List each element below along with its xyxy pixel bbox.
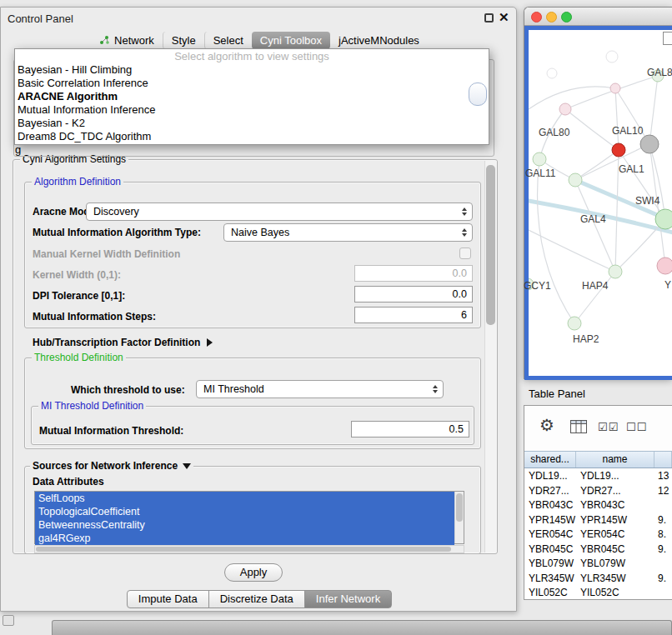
zoom-traffic-light[interactable] xyxy=(561,12,572,22)
tab-infer-network[interactable]: Infer Network xyxy=(304,590,392,608)
kernel-width-field: 0.0 xyxy=(354,265,473,282)
network-node-pink[interactable] xyxy=(559,103,571,115)
manual-kernel-checkbox xyxy=(459,248,471,259)
algorithm-dropdown-popup: Select algorithm to view settings Bayesi… xyxy=(14,48,489,145)
dropdown-item[interactable]: Bayesian - K2 xyxy=(15,117,489,130)
close-window-icon[interactable]: ✕ xyxy=(499,10,509,25)
network-node-red[interactable] xyxy=(612,143,625,157)
select-all-icon[interactable]: ☑☑ xyxy=(598,421,619,433)
mi-threshold-field[interactable]: 0.5 xyxy=(351,421,469,438)
tab-cyni-toolbox[interactable]: Cyni Toolbox xyxy=(252,32,330,49)
node-label: HAP4 xyxy=(582,280,608,292)
list-hscrollbar-track[interactable] xyxy=(34,545,464,553)
tab-label: Cyni Toolbox xyxy=(260,34,322,47)
node-label: GAL4 xyxy=(580,213,606,225)
mi-steps-field[interactable]: 6 xyxy=(354,307,473,323)
tab-select[interactable]: Select xyxy=(204,32,252,49)
tab-label: Network xyxy=(114,34,154,47)
table-row[interactable]: YER054CYER054C8. xyxy=(524,528,672,542)
gear-icon[interactable]: ⚙ xyxy=(539,416,554,434)
network-node-green[interactable] xyxy=(609,265,622,278)
combo-arrows-icon xyxy=(462,228,467,237)
mi-type-combo[interactable]: Naive Bayes xyxy=(223,223,473,242)
minimized-window-icon[interactable] xyxy=(3,615,14,626)
mi-type-label: Mutual Information Algorithm Type: xyxy=(33,227,201,238)
cell-value: 12 xyxy=(654,484,672,499)
which-threshold-label: Which threshold to use: xyxy=(71,384,185,396)
list-item[interactable]: SelfLoops xyxy=(35,492,454,505)
table-header: shared... name xyxy=(524,451,672,468)
aracne-mode-combo[interactable]: Discovery xyxy=(86,202,473,221)
table-row[interactable]: YDL19...YDL19...13 xyxy=(524,469,672,484)
network-node[interactable] xyxy=(606,51,618,62)
float-window-icon[interactable] xyxy=(484,13,494,22)
list-item[interactable]: TopologicalCoefficient xyxy=(35,505,454,518)
network-node-pink[interactable] xyxy=(657,258,672,274)
table-row[interactable]: YPR145WYPR145W9. xyxy=(524,513,672,528)
dropdown-item[interactable]: Basic Correlation Inference xyxy=(15,77,489,90)
combo-value: Naive Bayes xyxy=(231,227,289,238)
network-node-gray[interactable] xyxy=(640,135,659,153)
network-node-green[interactable] xyxy=(568,317,581,330)
column-header-shared-name[interactable]: shared... xyxy=(524,452,576,468)
tab-network[interactable]: Network xyxy=(91,32,163,49)
columns-icon[interactable] xyxy=(570,420,587,433)
data-attributes-list: SelfLoops TopologicalCoefficient Between… xyxy=(34,491,464,544)
dropdown-item[interactable]: Bayesian - Hill Climbing xyxy=(15,63,489,77)
cell-shared: YDL19... xyxy=(524,469,576,484)
minimize-traffic-light[interactable] xyxy=(546,12,557,22)
list-item[interactable]: BetweennessCentrality xyxy=(35,518,454,532)
sources-section-toggle[interactable]: Sources for Network Inference xyxy=(30,460,193,472)
list-hscrollbar-thumb[interactable] xyxy=(36,547,451,552)
network-tab-icon xyxy=(99,35,110,45)
dpi-tolerance-field[interactable]: 0.0 xyxy=(354,286,473,302)
network-node-green[interactable] xyxy=(533,152,546,166)
hub-section-toggle[interactable]: Hub/Transcription Factor Definition xyxy=(33,337,213,348)
table-row[interactable]: YBR043CYBR043C xyxy=(524,498,672,513)
cell-shared: YER054C xyxy=(524,528,576,542)
network-node-pink[interactable] xyxy=(610,83,620,93)
cell-shared: YLR345W xyxy=(524,572,576,587)
dropdown-item[interactable]: Dream8 DC_TDC Algorithm xyxy=(15,130,489,143)
close-traffic-light[interactable] xyxy=(531,12,542,22)
bottom-tab-bar: Impute Data Discretize Data Infer Networ… xyxy=(1,590,518,608)
cell-name: YLR345W xyxy=(576,572,654,587)
tab-label: Style xyxy=(172,34,196,47)
expanded-arrow-icon xyxy=(183,463,191,469)
which-threshold-combo[interactable]: MI Threshold xyxy=(196,380,444,398)
table-row[interactable]: YDR27...YDR27...12 xyxy=(524,484,672,499)
table-row[interactable]: YBL079WYBL079W xyxy=(524,557,672,572)
table-row[interactable]: YIL052CYIL052C xyxy=(524,586,672,600)
tab-style[interactable]: Style xyxy=(163,32,204,49)
table-row[interactable]: YBR045CYBR045C9. xyxy=(524,542,672,558)
network-view-window: GAL8 GAL80 GAL10 GAL11 GAL1 SWI4 GAL4 GC… xyxy=(524,7,672,379)
popup-scrollbar-thumb[interactable] xyxy=(469,82,487,106)
list-scrollbar-thumb[interactable] xyxy=(456,493,463,522)
column-header-name[interactable]: name xyxy=(576,452,654,468)
tab-impute-data[interactable]: Impute Data xyxy=(127,590,209,608)
apply-button[interactable]: Apply xyxy=(224,563,283,582)
combo-value: MI Threshold xyxy=(203,383,264,395)
dropdown-item-selected[interactable]: ARACNE Algorithm xyxy=(15,90,489,103)
cell-value: 9. xyxy=(654,572,672,587)
dpi-tolerance-label: DPI Tolerance [0,1]: xyxy=(33,290,125,302)
dropdown-item[interactable]: Mutual Information Inference xyxy=(15,103,489,117)
view-corner-button[interactable] xyxy=(663,32,672,45)
cell-name: YBL079W xyxy=(576,557,654,572)
tab-discretize-data[interactable]: Discretize Data xyxy=(208,590,305,608)
network-node-green[interactable] xyxy=(569,173,582,187)
cell-name: YIL052C xyxy=(576,586,654,600)
column-header-clipped[interactable] xyxy=(654,452,672,468)
mi-steps-label: Mutual Information Steps: xyxy=(33,311,156,322)
network-node[interactable] xyxy=(547,68,557,78)
cell-name: YBR045C xyxy=(576,542,654,558)
network-node-green[interactable] xyxy=(655,209,672,229)
cell-name: YPR145W xyxy=(576,513,654,528)
settings-scrollbar-thumb[interactable] xyxy=(486,165,495,325)
tab-jactivemodules[interactable]: jActiveMNodules xyxy=(330,32,428,49)
list-item[interactable]: gal4RGexp xyxy=(35,532,454,545)
network-window-titlebar[interactable] xyxy=(524,8,672,26)
tab-label: jActiveMNodules xyxy=(339,34,419,47)
deselect-all-icon[interactable]: ☐☐ xyxy=(626,421,647,433)
table-row[interactable]: YLR345WYLR345W9. xyxy=(524,572,672,587)
